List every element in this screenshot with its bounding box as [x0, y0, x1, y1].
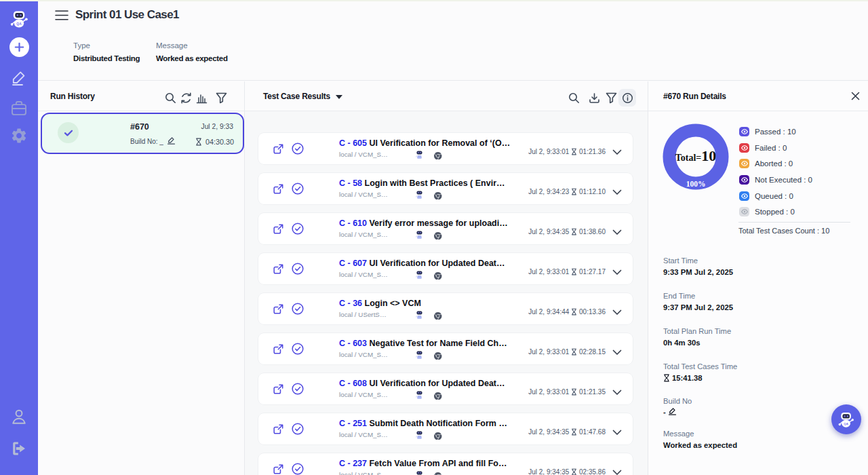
svg-text:QA: QA	[16, 22, 22, 26]
svg-text:Total=10: Total=10	[675, 147, 717, 164]
svg-text:QA: QA	[844, 422, 848, 425]
svg-text:100%: 100%	[686, 180, 706, 188]
